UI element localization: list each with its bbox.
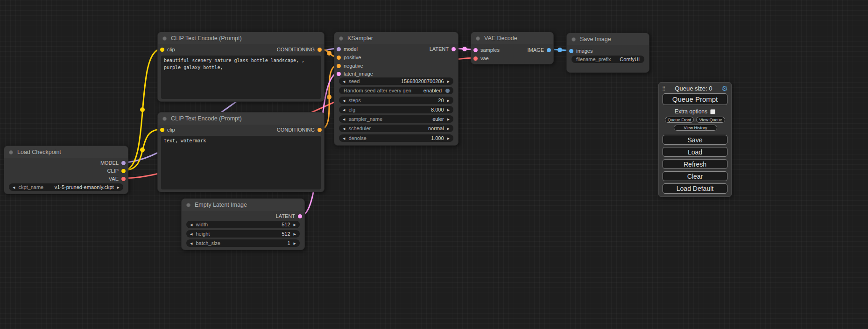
- slot-dot-model[interactable]: [121, 161, 126, 165]
- slot-dot-latent[interactable]: [452, 47, 456, 51]
- input-slot-latent-image: latent_image: [337, 70, 373, 77]
- widget-random-seed-toggle[interactable]: Random seed after every gen enabled: [339, 87, 453, 94]
- slot-dot-clip[interactable]: [121, 169, 126, 173]
- decrement-arrow-icon[interactable]: ◀: [190, 242, 192, 245]
- increment-arrow-icon[interactable]: ▶: [294, 242, 296, 245]
- increment-arrow-icon[interactable]: ▶: [447, 80, 450, 83]
- widget-seed[interactable]: ◀ seed 156680208700286 ▶: [339, 77, 453, 85]
- collapse-toggle-icon[interactable]: [162, 36, 167, 41]
- queue-prompt-button[interactable]: Queue Prompt: [663, 93, 727, 105]
- decrement-arrow-icon[interactable]: ◀: [343, 118, 345, 121]
- node-clip-text-encode-positive[interactable]: CLIP Text Encode (Prompt) clip CONDITION…: [157, 32, 325, 102]
- widget-steps[interactable]: ◀ steps 20 ▶: [339, 97, 453, 104]
- collapse-toggle-icon[interactable]: [476, 36, 480, 41]
- collapse-toggle-icon[interactable]: [572, 37, 576, 42]
- settings-gear-icon[interactable]: ⚙: [722, 85, 728, 92]
- decrement-arrow-icon[interactable]: ◀: [190, 223, 192, 226]
- collapse-toggle-icon[interactable]: [339, 36, 343, 41]
- slot-dot-clip[interactable]: [160, 48, 164, 52]
- node-empty-latent-image[interactable]: Empty Latent Image LATENT ◀ width 512 ▶ …: [181, 198, 305, 250]
- node-load-checkpoint[interactable]: Load Checkpoint MODEL CLIP VAE ◀ ckpt_na…: [4, 146, 128, 194]
- view-history-button[interactable]: View History: [674, 125, 717, 131]
- decrement-arrow-icon[interactable]: ◀: [343, 127, 345, 130]
- slot-dot-conditioning[interactable]: [318, 128, 322, 132]
- slot-dot-latent[interactable]: [298, 214, 302, 218]
- increment-arrow-icon[interactable]: ▶: [294, 223, 296, 226]
- widget-height[interactable]: ◀ height 512 ▶: [186, 230, 300, 238]
- slot-label: clip: [167, 47, 175, 52]
- save-button[interactable]: Save: [663, 135, 727, 145]
- slot-dot-images[interactable]: [569, 49, 573, 53]
- link-midpoint-dot[interactable]: [327, 95, 332, 99]
- extra-options-label: Extra options: [675, 108, 707, 115]
- widget-batch-size[interactable]: ◀ batch_size 1 ▶: [186, 239, 300, 247]
- toggle-indicator-icon[interactable]: [445, 89, 450, 93]
- slot-dot-vae[interactable]: [121, 177, 126, 181]
- node-graph-canvas[interactable]: Load Checkpoint MODEL CLIP VAE ◀ ckpt_na…: [0, 0, 868, 329]
- increment-arrow-icon[interactable]: ▶: [447, 137, 450, 140]
- queue-panel[interactable]: ⣿ Queue size: 0 ⚙ Queue Prompt Extra opt…: [658, 82, 732, 197]
- increment-arrow-icon[interactable]: ▶: [294, 232, 296, 236]
- decrement-arrow-icon[interactable]: ◀: [343, 137, 345, 140]
- collapse-toggle-icon[interactable]: [9, 150, 13, 154]
- refresh-button[interactable]: Refresh: [663, 159, 727, 169]
- node-vae-decode[interactable]: VAE Decode samples vae IMAGE: [471, 32, 554, 64]
- widget-sampler-name[interactable]: ◀ sampler_name euler ▶: [339, 115, 453, 123]
- load-default-button[interactable]: Load Default: [663, 183, 727, 194]
- node-title-bar[interactable]: VAE Decode: [471, 32, 553, 44]
- widget-denoise[interactable]: ◀ denoise 1.000 ▶: [339, 134, 453, 142]
- collapse-toggle-icon[interactable]: [186, 203, 191, 207]
- queue-front-button[interactable]: Queue Front: [665, 117, 694, 123]
- slot-dot-vae[interactable]: [473, 56, 478, 61]
- view-queue-button[interactable]: View Queue: [696, 117, 725, 123]
- decrement-arrow-icon[interactable]: ◀: [13, 186, 15, 189]
- node-title: CLIP Text Encode (Prompt): [171, 35, 242, 42]
- widget-cfg[interactable]: ◀ cfg 8.000 ▶: [339, 106, 453, 113]
- link-midpoint-dot[interactable]: [557, 48, 562, 52]
- widget-width[interactable]: ◀ width 512 ▶: [186, 221, 300, 228]
- link-midpoint-dot[interactable]: [327, 51, 332, 56]
- increment-arrow-icon[interactable]: ▶: [447, 118, 450, 121]
- node-title-bar[interactable]: Empty Latent Image: [182, 199, 304, 211]
- increment-arrow-icon[interactable]: ▶: [117, 186, 120, 189]
- decrement-arrow-icon[interactable]: ◀: [343, 80, 345, 83]
- widget-filename-prefix[interactable]: filename_prefix ComfyUI: [572, 56, 644, 63]
- widget-ckpt-name[interactable]: ◀ ckpt_name v1-5-pruned-emaonly.ckpt ▶: [9, 183, 123, 191]
- collapse-toggle-icon[interactable]: [162, 117, 167, 121]
- increment-arrow-icon[interactable]: ▶: [447, 99, 450, 102]
- slot-dot-conditioning[interactable]: [318, 48, 322, 52]
- slot-dot-clip[interactable]: [160, 128, 164, 132]
- slot-dot-model[interactable]: [337, 47, 341, 51]
- slot-dot-positive[interactable]: [337, 56, 341, 60]
- slot-dot-image[interactable]: [547, 48, 551, 52]
- node-title-bar[interactable]: Load Checkpoint: [4, 146, 128, 158]
- increment-arrow-icon[interactable]: ▶: [447, 127, 450, 130]
- widget-scheduler[interactable]: ◀ scheduler normal ▶: [339, 125, 453, 132]
- link-midpoint-dot[interactable]: [140, 107, 145, 112]
- node-title-bar[interactable]: KSampler: [334, 32, 458, 44]
- clear-button[interactable]: Clear: [663, 171, 727, 181]
- decrement-arrow-icon[interactable]: ◀: [343, 108, 345, 112]
- link-midpoint-dot[interactable]: [140, 147, 145, 152]
- decrement-arrow-icon[interactable]: ◀: [190, 232, 192, 236]
- node-title-bar[interactable]: Save Image: [567, 33, 649, 45]
- slot-dot-samples[interactable]: [473, 48, 478, 52]
- node-title-bar[interactable]: CLIP Text Encode (Prompt): [158, 112, 324, 125]
- node-clip-text-encode-negative[interactable]: CLIP Text Encode (Prompt) clip CONDITION…: [157, 112, 325, 192]
- widget-label: width: [196, 222, 208, 227]
- slot-label: CONDITIONING: [277, 47, 315, 52]
- slot-dot-negative[interactable]: [337, 64, 341, 68]
- prompt-textarea[interactable]: beautiful scenery nature glass bottle la…: [161, 56, 321, 99]
- load-button[interactable]: Load: [663, 147, 727, 157]
- prompt-textarea[interactable]: text, watermark: [161, 136, 321, 189]
- slot-label: MODEL: [100, 160, 119, 166]
- node-ksampler[interactable]: KSampler model positive negative latent_…: [334, 32, 459, 146]
- slot-dot-latent-image[interactable]: [337, 72, 341, 76]
- increment-arrow-icon[interactable]: ▶: [447, 108, 450, 112]
- extra-options-checkbox[interactable]: [710, 109, 715, 114]
- node-save-image[interactable]: Save Image images filename_prefix ComfyU…: [566, 33, 649, 73]
- drag-handle-icon[interactable]: ⣿: [662, 86, 665, 91]
- link-midpoint-dot[interactable]: [462, 47, 467, 51]
- decrement-arrow-icon[interactable]: ◀: [343, 99, 345, 102]
- node-title-bar[interactable]: CLIP Text Encode (Prompt): [158, 32, 324, 44]
